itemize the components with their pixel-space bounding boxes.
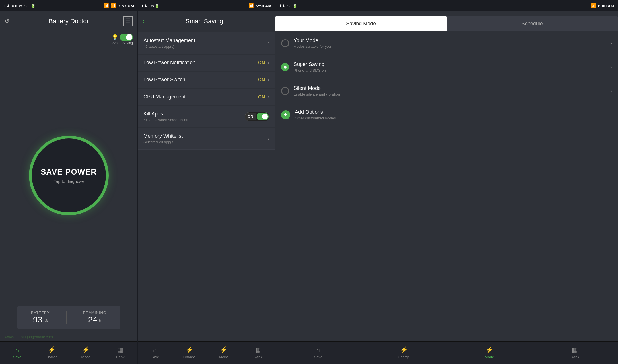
back-icon-1[interactable]: ↺ <box>5 18 10 25</box>
autostart-title: Autostart Management <box>143 38 268 44</box>
smart-saving-widget: 💡 Smart Saving <box>0 31 137 45</box>
tab-saving-mode[interactable]: Saving Mode <box>275 16 447 31</box>
main-circle-container[interactable]: SAVE POWER Tap to diagnose <box>0 45 137 306</box>
super-saving-sub: Phone and SMS on <box>294 68 610 73</box>
tab-schedule[interactable]: Schedule <box>447 16 618 31</box>
battery-icon-status: 🔋 <box>31 4 36 8</box>
silent-mode-chevron: › <box>610 88 612 94</box>
nav-charge-2[interactable]: ⚡ Charge <box>172 346 207 359</box>
low-power-notification-item[interactable]: Low Power Notification ON › <box>138 55 275 71</box>
charge-icon-2: ⚡ <box>186 346 193 354</box>
battery-98-2: 98 🔋 <box>150 4 159 8</box>
smart-saving-toggle-row[interactable]: 💡 <box>112 34 133 41</box>
super-saving-chevron: › <box>610 64 612 70</box>
tab-bar: Saving Mode Schedule <box>275 11 618 31</box>
remaining-value: 24 <box>88 315 97 324</box>
mode-icon-1: ⚡ <box>82 346 90 354</box>
cpu-on-badge: ON <box>258 94 265 100</box>
add-options-icon: + <box>281 110 290 119</box>
ka-right[interactable]: ON <box>245 112 270 121</box>
nav-charge-3[interactable]: ⚡ Charge <box>361 346 447 359</box>
status-data-icon: ⬆⬇ <box>3 4 10 8</box>
mode-icon-3: ⚡ <box>485 346 493 354</box>
kill-apps-toggle[interactable]: ON <box>245 112 270 121</box>
your-mode-item[interactable]: Your Mode Modes suitable for you › <box>275 31 618 55</box>
nav-label-rank-3: Rank <box>570 355 579 359</box>
status-bar-left-3: ⬆⬇ 98 🔋 <box>279 4 297 8</box>
status-kb: 0 KB/S 93 <box>12 4 29 8</box>
silent-mode-title: Silent Mode <box>294 85 610 91</box>
nav-label-charge-3: Charge <box>398 355 410 359</box>
power-circle[interactable]: SAVE POWER Tap to diagnose <box>29 136 109 215</box>
nav-save-2[interactable]: ⌂ Save <box>138 346 172 359</box>
save-power-text: SAVE POWER <box>41 167 97 177</box>
header-1: ↺ Battery Doctor ☰ <box>0 11 137 31</box>
battery-stat: BATTERY 93 % <box>31 311 50 324</box>
home-icon-1: ⌂ <box>15 346 19 354</box>
super-saving-title: Super Saving <box>294 61 610 67</box>
nav-rank-3[interactable]: ▦ Rank <box>532 346 618 359</box>
status-bar-right-2: 📶 5:59 AM <box>248 3 272 8</box>
nav-label-mode-3: Mode <box>485 355 494 359</box>
cpu-title: CPU Management <box>143 94 258 100</box>
status-bar-2: ⬆⬇ 98 🔋 📶 5:59 AM <box>138 0 275 11</box>
nav-rank-1[interactable]: ▦ Rank <box>103 346 137 359</box>
nav-save-3[interactable]: ⌂ Save <box>275 346 361 359</box>
your-mode-title: Your Mode <box>294 38 610 44</box>
ka-title: Kill Apps <box>143 111 245 117</box>
charge-icon-1: ⚡ <box>48 346 55 354</box>
mw-content: Memory Whitelist Selected 20 app(s) <box>143 133 268 144</box>
cpu-management-item[interactable]: CPU Management ON › <box>138 89 275 105</box>
autostart-content: Autostart Management 46 autostart app(s) <box>143 38 268 49</box>
status-bar-right: 📶 📶 3:53 PM <box>104 3 134 8</box>
autostart-management-item[interactable]: Autostart Management 46 autostart app(s)… <box>138 32 275 54</box>
nav-label-rank-1: Rank <box>116 355 124 359</box>
status-bar-1: ⬆⬇ 0 KB/S 93 🔋 📶 📶 3:53 PM <box>0 0 137 11</box>
your-mode-radio <box>281 39 289 47</box>
super-saving-item[interactable]: Super Saving Phone and SMS on › <box>275 55 618 79</box>
remaining-stat: REMAINING 24 h <box>83 311 106 324</box>
menu-icon[interactable]: ☰ <box>123 16 133 26</box>
nav-mode-1[interactable]: ⚡ Mode <box>69 346 103 359</box>
your-mode-sub: Modes suitable for you <box>294 44 610 49</box>
smart-saving-label: Smart Saving <box>112 41 133 45</box>
lps-right: ON › <box>258 77 269 83</box>
nav-charge-1[interactable]: ⚡ Charge <box>34 346 69 359</box>
header-2: ‹ Smart Saving <box>138 11 275 31</box>
add-options-sub: Other customized modes <box>295 116 612 120</box>
battery-value-row: 93 % <box>31 315 50 324</box>
panel-smart-saving: ⬆⬇ 98 🔋 📶 5:59 AM ‹ Smart Saving Autosta… <box>138 0 275 364</box>
nav-label-save-1: Save <box>13 355 22 359</box>
nav-mode-2[interactable]: ⚡ Mode <box>207 346 241 359</box>
lpn-content: Low Power Notification <box>143 60 258 66</box>
nav-label-save-3: Save <box>314 355 323 359</box>
silent-mode-sub: Enable silence and vibration <box>294 92 610 96</box>
lps-chevron: › <box>268 77 269 83</box>
add-options-content: Add Options Other customized modes <box>295 109 612 120</box>
nav-save-1[interactable]: ⌂ Save <box>0 346 34 359</box>
lps-title: Low Power Switch <box>143 77 258 83</box>
low-power-switch-item[interactable]: Low Power Switch ON › <box>138 72 275 88</box>
rank-icon-3: ▦ <box>572 346 578 354</box>
battery-value: 93 <box>33 315 42 324</box>
memory-whitelist-item[interactable]: Memory Whitelist Selected 20 app(s) › <box>138 128 275 150</box>
nav-label-rank-2: Rank <box>254 355 262 359</box>
ka-sub: Kill apps when screen is off <box>143 118 245 122</box>
super-saving-content: Super Saving Phone and SMS on <box>294 61 610 73</box>
autostart-chevron: › <box>268 40 269 46</box>
nav-rank-2[interactable]: ▦ Rank <box>241 346 275 359</box>
watermark: www.androidgadgematic.com <box>0 335 137 341</box>
mw-right: › <box>268 136 269 142</box>
nav-mode-3[interactable]: ⚡ Mode <box>447 346 532 359</box>
silent-mode-item[interactable]: Silent Mode Enable silence and vibration… <box>275 79 618 103</box>
back-btn-2[interactable]: ‹ <box>142 17 145 26</box>
wifi-icon: 📶 <box>104 3 109 8</box>
lpn-title: Low Power Notification <box>143 60 258 66</box>
add-options-item[interactable]: + Add Options Other customized modes <box>275 103 618 127</box>
bottom-nav-3: ⌂ Save ⚡ Charge ⚡ Mode ▦ Rank <box>275 341 618 364</box>
charge-icon-3: ⚡ <box>400 346 408 354</box>
time-1: 3:53 PM <box>118 3 134 8</box>
smart-saving-toggle[interactable] <box>120 34 133 41</box>
ka-toggle-btn[interactable] <box>257 113 269 120</box>
kill-apps-item[interactable]: Kill Apps Kill apps when screen is off O… <box>138 106 275 127</box>
